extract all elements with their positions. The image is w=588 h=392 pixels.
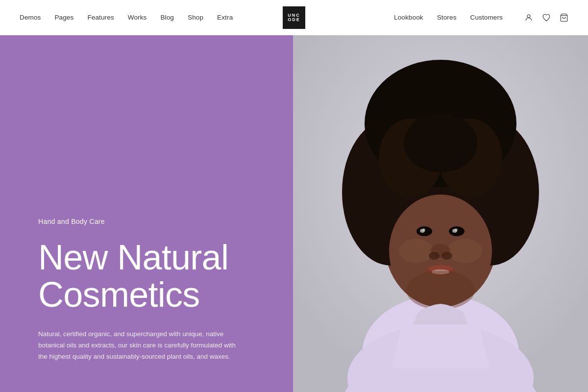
svg-point-20 bbox=[448, 239, 482, 263]
nav-right: Lookbook Stores Customers bbox=[394, 13, 568, 22]
nav-left: Demos Pages Features Works Blog Shop Ext… bbox=[20, 14, 233, 21]
logo-line2: ODE bbox=[288, 18, 300, 22]
nav-blog[interactable]: Blog bbox=[160, 14, 174, 21]
nav-stores[interactable]: Stores bbox=[437, 14, 457, 21]
nav-works[interactable]: Works bbox=[128, 14, 147, 21]
hero-section: Hand and Body Care New Natural Cosmetics… bbox=[0, 35, 588, 392]
svg-point-19 bbox=[399, 239, 433, 263]
svg-point-0 bbox=[527, 15, 530, 18]
heart-icon[interactable] bbox=[542, 13, 551, 22]
hero-image bbox=[293, 35, 588, 392]
svg-point-17 bbox=[404, 114, 477, 172]
nav-demos[interactable]: Demos bbox=[20, 14, 41, 21]
svg-point-25 bbox=[422, 228, 425, 231]
bag-icon[interactable] bbox=[560, 13, 568, 22]
nav-extra[interactable]: Extra bbox=[217, 14, 233, 21]
nav-features[interactable]: Features bbox=[87, 14, 114, 21]
nav-customers[interactable]: Customers bbox=[470, 14, 503, 21]
nav-pages[interactable]: Pages bbox=[54, 14, 74, 21]
hero-description: Natural, certified organic, and supercha… bbox=[38, 329, 244, 363]
navbar: Demos Pages Features Works Blog Shop Ext… bbox=[0, 0, 588, 35]
user-icon[interactable] bbox=[524, 13, 533, 22]
nav-icons bbox=[524, 13, 568, 22]
svg-point-26 bbox=[455, 228, 458, 231]
nav-right-links: Lookbook Stores Customers bbox=[394, 14, 503, 21]
hero-left: Hand and Body Care New Natural Cosmetics… bbox=[0, 35, 293, 392]
svg-point-28 bbox=[429, 252, 440, 260]
nav-shop[interactable]: Shop bbox=[188, 14, 203, 21]
svg-point-29 bbox=[441, 252, 452, 260]
hero-title: New Natural Cosmetics bbox=[38, 239, 255, 313]
hero-subtitle: Hand and Body Care bbox=[38, 218, 255, 225]
site-logo[interactable]: UNC ODE bbox=[283, 6, 305, 29]
nav-lookbook[interactable]: Lookbook bbox=[394, 14, 423, 21]
